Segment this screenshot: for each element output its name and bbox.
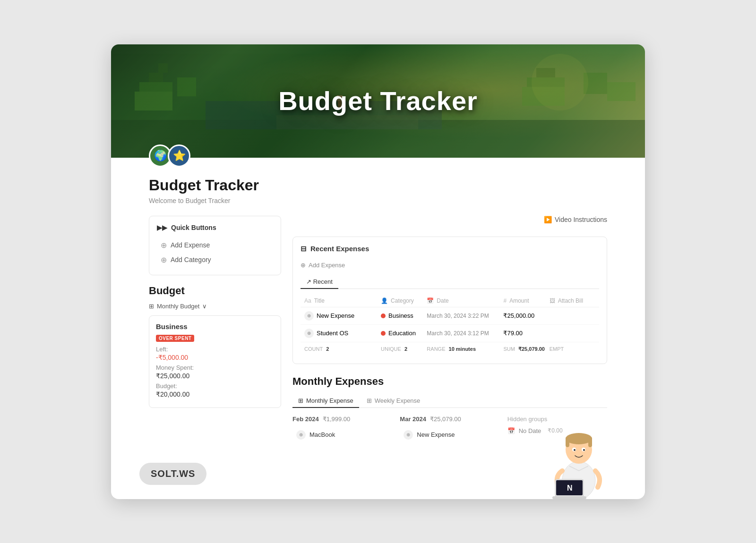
row1-date-cell: March 30, 2024 3:22 PM — [427, 313, 503, 319]
amount-col-icon: # — [503, 297, 507, 304]
macbook-item[interactable]: ⊕ MacBook — [292, 427, 392, 442]
add-category-icon: ⊕ — [161, 255, 167, 264]
avatar-icons: 🌍 ⭐ — [149, 144, 607, 167]
footer-range: RANGE 10 minutes — [427, 346, 503, 352]
app-container: Budget Tracker 🌍 ⭐ Budget Tracker Welcom… — [111, 44, 645, 499]
svg-point-18 — [566, 433, 592, 444]
row2-title-cell: ⊕ Student OS — [304, 329, 381, 338]
quick-buttons-title: ▶▶ Quick Buttons — [157, 224, 273, 231]
add-expense-quick-button[interactable]: ⊕ Add Expense — [157, 238, 273, 253]
mar-2024-col: Mar 2024 ₹25,079.00 ⊕ New Expense — [400, 416, 499, 442]
row2-icon: ⊕ — [304, 329, 314, 338]
footer-empt: EMPT — [550, 346, 595, 352]
col-category: 👤 Category — [381, 297, 427, 304]
macbook-icon: ⊕ — [296, 430, 306, 440]
new-expense-monthly-icon: ⊕ — [404, 430, 413, 440]
feb-header: Feb 2024 ₹1,999.00 — [292, 416, 392, 423]
date-col-icon: 📅 — [427, 297, 434, 304]
row2-date-cell: March 30, 2024 3:12 PM — [427, 330, 503, 337]
bottom-bar: SOLT.WS — [139, 463, 206, 485]
svg-rect-20 — [588, 437, 592, 447]
over-spent-badge: OVER SPENT — [156, 335, 194, 342]
character-svg: N — [541, 405, 617, 499]
svg-rect-4 — [135, 92, 172, 110]
recent-expenses-box: ⊟ Recent Expenses ⊕ Add Expense ↗ Recent — [292, 237, 607, 364]
add-expense-icon: ⊕ — [161, 241, 167, 250]
row2-amount-cell: ₹79.00 — [503, 330, 549, 337]
table-header: Aa Title 👤 Category 📅 Date # — [301, 295, 599, 307]
category-col-icon: 👤 — [381, 297, 388, 304]
weekly-expense-tab[interactable]: ⊞ Weekly Expense — [361, 394, 426, 408]
two-col-layout: ▶▶ Quick Buttons ⊕ Add Expense ⊕ Add Cat… — [149, 216, 607, 442]
svg-rect-6 — [177, 77, 196, 96]
avatar-area: 🌍 ⭐ — [111, 144, 645, 167]
row1-category-dot — [381, 314, 386, 318]
row1-title-cell: ⊕ New Expense — [304, 311, 381, 321]
quick-buttons-box: ▶▶ Quick Buttons ⊕ Add Expense ⊕ Add Cat… — [149, 216, 281, 275]
budget-budget-value: ₹20,000.00 — [156, 390, 274, 398]
row2-category-cell: Education — [381, 330, 427, 337]
svg-rect-13 — [276, 115, 418, 129]
svg-rect-5 — [158, 63, 168, 73]
row1-icon: ⊕ — [304, 311, 314, 321]
banner-title: Budget Tracker — [278, 85, 478, 116]
monthly-expenses-title: Monthly Expenses — [292, 375, 607, 388]
budget-card: Business OVER SPENT Left: -₹5,000.00 Mon… — [149, 315, 281, 408]
table-row[interactable]: ⊕ New Expense Business March 30, 2024 3:… — [301, 307, 599, 325]
right-top-row: ▶️ Video Instructions — [292, 216, 607, 231]
svg-rect-28 — [552, 496, 586, 499]
footer-sum: SUM ₹25,079.00 — [503, 346, 549, 352]
page-subtitle: Welcome to Budget Tracker — [149, 197, 607, 204]
attach-col-icon: 🖼 — [550, 297, 555, 304]
solt-badge: SOLT.WS — [139, 463, 206, 485]
row1-amount-cell: ₹25,000.00 — [503, 312, 549, 319]
budget-section-title: Budget — [149, 285, 281, 297]
budget-card-title: Business — [156, 322, 274, 331]
left-panel: ▶▶ Quick Buttons ⊕ Add Expense ⊕ Add Cat… — [149, 216, 281, 408]
monthly-expense-tab[interactable]: ⊞ Monthly Expense — [292, 394, 359, 408]
svg-point-24 — [583, 449, 585, 451]
title-col-icon: Aa — [304, 297, 311, 304]
footer-count: COUNT 2 — [304, 346, 381, 352]
character-illustration: N — [541, 405, 617, 499]
quick-buttons-icon: ▶▶ — [157, 224, 167, 231]
svg-rect-19 — [566, 437, 569, 447]
budget-section: Budget ⊞ Monthly Budget ∨ Business OVER … — [149, 285, 281, 408]
banner: Budget Tracker — [111, 44, 645, 158]
recent-expenses-title: ⊟ Recent Expenses — [301, 245, 599, 253]
monthly-tab-icon: ⊞ — [298, 397, 303, 404]
budget-left-value: -₹5,000.00 — [156, 354, 274, 361]
budget-spent-label: Money Spent: — [156, 364, 274, 371]
new-expense-monthly-item[interactable]: ⊕ New Expense — [400, 427, 499, 442]
col-amount: # Amount — [503, 297, 549, 304]
recent-expenses-icon: ⊟ — [301, 245, 307, 253]
col-date: 📅 Date — [427, 297, 503, 304]
svg-point-12 — [532, 54, 588, 110]
svg-rect-11 — [607, 82, 636, 101]
col-title: Aa Title — [304, 297, 381, 304]
add-expense-row[interactable]: ⊕ Add Expense — [301, 260, 599, 271]
row2-category-dot — [381, 331, 386, 336]
bottom-area: SOLT.WS — [111, 461, 645, 499]
no-date-icon: 📅 — [507, 427, 515, 434]
add-category-quick-button[interactable]: ⊕ Add Category — [157, 253, 273, 267]
weekly-tab-icon: ⊞ — [367, 397, 372, 404]
monthly-budget-header[interactable]: ⊞ Monthly Budget ∨ — [149, 303, 281, 310]
video-instructions-link[interactable]: ▶️ Video Instructions — [544, 216, 607, 223]
table-row[interactable]: ⊕ Student OS Education March 30, 2024 3:… — [301, 325, 599, 342]
feb-2024-col: Feb 2024 ₹1,999.00 ⊕ MacBook — [292, 416, 392, 442]
svg-text:N: N — [567, 484, 573, 492]
budget-budget-label: Budget: — [156, 382, 274, 390]
avatar-secondary[interactable]: ⭐ — [168, 144, 190, 167]
col-attach: 🖼 Attach Bill — [550, 297, 595, 304]
mar-header: Mar 2024 ₹25,079.00 — [400, 416, 499, 423]
svg-point-23 — [574, 449, 576, 451]
table-footer: COUNT 2 UNIQUE 2 RANGE 10 minutes SUM — [301, 342, 599, 356]
budget-left-label: Left: — [156, 346, 274, 353]
monthly-budget-grid-icon: ⊞ — [149, 303, 154, 310]
row1-category-cell: Business — [381, 312, 427, 319]
page-title: Budget Tracker — [149, 177, 607, 194]
chevron-down-icon: ∨ — [202, 303, 207, 310]
video-icon: ▶️ — [544, 216, 552, 223]
recent-tab[interactable]: ↗ Recent — [301, 275, 338, 289]
